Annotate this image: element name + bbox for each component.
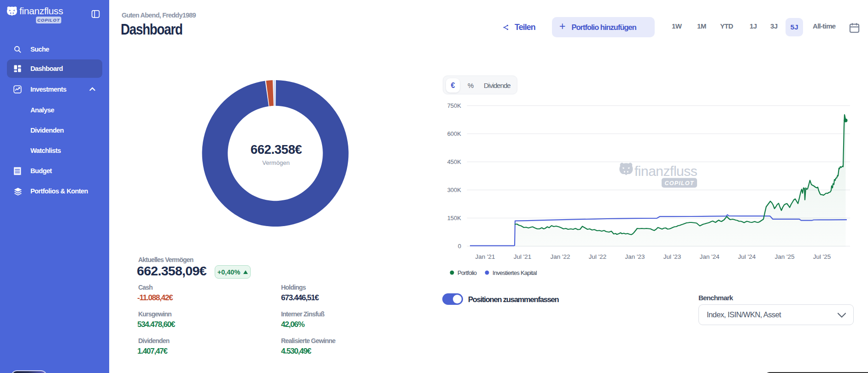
svg-text:Jul '24: Jul '24 <box>738 253 756 260</box>
svg-text:Jan '24: Jan '24 <box>699 253 720 260</box>
svg-text:300K: 300K <box>447 186 462 193</box>
svg-text:Vermögen: Vermögen <box>262 159 289 166</box>
svg-text:750K: 750K <box>447 102 462 109</box>
svg-text:0: 0 <box>458 243 461 250</box>
svg-text:Jul '21: Jul '21 <box>514 253 532 260</box>
svg-text:Jan '23: Jan '23 <box>625 253 645 260</box>
svg-text:Jan '21: Jan '21 <box>475 253 495 260</box>
svg-text:150K: 150K <box>447 215 462 221</box>
svg-text:Jul '22: Jul '22 <box>589 253 607 260</box>
svg-text:Jul '23: Jul '23 <box>663 253 681 260</box>
svg-text:662.358€: 662.358€ <box>250 142 302 156</box>
svg-text:finanzfluss: finanzfluss <box>634 163 697 179</box>
svg-text:COPILOT: COPILOT <box>665 180 694 186</box>
svg-text:Investiertes Kapital: Investiertes Kapital <box>493 269 537 276</box>
svg-text:Jan '22: Jan '22 <box>550 253 570 260</box>
svg-text:Jan '25: Jan '25 <box>774 253 794 260</box>
svg-text:600K: 600K <box>447 130 462 137</box>
svg-text:450K: 450K <box>447 158 462 165</box>
svg-text:Portfolio: Portfolio <box>457 269 477 276</box>
svg-text:Jul '25: Jul '25 <box>813 253 831 260</box>
